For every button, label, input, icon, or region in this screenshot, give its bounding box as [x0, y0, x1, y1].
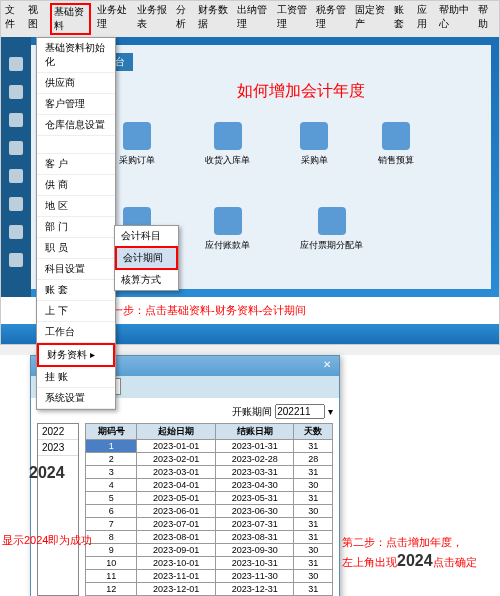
dropdown-item[interactable]: [37, 136, 115, 154]
dropdown-item[interactable]: 客户管理: [37, 94, 115, 115]
dropdown-item[interactable]: 客 户: [37, 154, 115, 175]
menu-14[interactable]: 帮助: [478, 3, 495, 35]
dialog-body: 开账期间 ▾ 20222023 期码号起始日期结账日期天数12023-01-01…: [31, 398, 339, 596]
menu-7[interactable]: 出纳管理: [237, 3, 270, 35]
grid-icon: [382, 122, 410, 150]
menu-4[interactable]: 业务报表: [137, 3, 170, 35]
begin-period-input[interactable]: [275, 404, 325, 419]
col-header: 起始日期: [137, 424, 216, 440]
grid-icon: [300, 122, 328, 150]
table-row[interactable]: 52023-05-012023-05-3131: [86, 492, 333, 505]
dropdown-item[interactable]: 部 门: [37, 217, 115, 238]
table-row[interactable]: 62023-06-012023-06-3030: [86, 505, 333, 518]
grid-item[interactable]: 采购订单: [119, 122, 155, 167]
sidebar-icon[interactable]: [9, 225, 23, 239]
cell: 2023-02-01: [137, 453, 216, 466]
table-row[interactable]: 12023-01-012023-01-3131: [86, 440, 333, 453]
menu-2[interactable]: 基础资料: [50, 3, 91, 35]
sidebar-icon[interactable]: [9, 141, 23, 155]
note-step2-line2a: 左上角出现: [342, 556, 397, 568]
cell: 31: [294, 531, 333, 544]
cell: 2023-07-01: [137, 518, 216, 531]
sidebar-icon[interactable]: [9, 253, 23, 267]
dropdown-item[interactable]: 科目设置: [37, 259, 115, 280]
dropdown-item[interactable]: 上 下: [37, 301, 115, 322]
menu-6[interactable]: 财务数据: [198, 3, 231, 35]
note-show-success: 显示2024即为成功: [2, 533, 112, 548]
sidebar-icon[interactable]: [9, 197, 23, 211]
table-row[interactable]: 42023-04-012023-04-3030: [86, 479, 333, 492]
cell: 2023-11-01: [137, 570, 216, 583]
cell: 1: [86, 440, 137, 453]
cell: 2023-09-01: [137, 544, 216, 557]
cell: 2: [86, 453, 137, 466]
menu-9[interactable]: 税务管理: [316, 3, 349, 35]
cell: 30: [294, 479, 333, 492]
grid-item[interactable]: 应付票期分配单: [300, 207, 363, 252]
dropdown-item[interactable]: 地 区: [37, 196, 115, 217]
dropdown-item[interactable]: 供 商: [37, 175, 115, 196]
sidebar-icon[interactable]: [9, 57, 23, 71]
table-row[interactable]: 72023-07-012023-07-3131: [86, 518, 333, 531]
submenu: 会计科目会计期间核算方式: [114, 225, 179, 291]
grid-label: 采购订单: [119, 154, 155, 167]
cell: 2023-11-30: [215, 570, 294, 583]
table-row[interactable]: 22023-02-012023-02-2828: [86, 453, 333, 466]
cell: 2023-12-31: [215, 583, 294, 596]
dropdown-item[interactable]: 财务资料 ▸: [37, 343, 115, 367]
submenu-item[interactable]: 核算方式: [115, 270, 178, 290]
instruction-title: 如何增加会计年度: [119, 81, 483, 102]
menu-13[interactable]: 帮助中心: [439, 3, 472, 35]
submenu-item[interactable]: 会计科目: [115, 226, 178, 246]
menu-3[interactable]: 业务处理: [97, 3, 130, 35]
cell: 7: [86, 518, 137, 531]
table-row[interactable]: 122023-12-012023-12-3131: [86, 583, 333, 596]
cell: 2023-04-01: [137, 479, 216, 492]
year-item[interactable]: 2022: [38, 424, 78, 440]
dropdown-item[interactable]: 工作台: [37, 322, 115, 343]
table-row[interactable]: 92023-09-012023-09-3030: [86, 544, 333, 557]
menu-1[interactable]: 视图: [28, 3, 45, 35]
submenu-item[interactable]: 会计期间: [115, 246, 178, 270]
menu-8[interactable]: 工资管理: [277, 3, 310, 35]
table-row[interactable]: 82023-08-012023-08-3131: [86, 531, 333, 544]
sidebar-icon[interactable]: [9, 85, 23, 99]
grid-item[interactable]: 收货入库单: [205, 122, 250, 167]
menu-0[interactable]: 文件: [5, 3, 22, 35]
table-row[interactable]: 102023-10-012023-10-3131: [86, 557, 333, 570]
cell: 28: [294, 453, 333, 466]
dropdown-item[interactable]: 供应商: [37, 73, 115, 94]
dropdown-item[interactable]: 仓库信息设置: [37, 115, 115, 136]
menu-5[interactable]: 分析: [176, 3, 193, 35]
cell: 30: [294, 505, 333, 518]
grid-icon: [214, 207, 242, 235]
menu-10[interactable]: 固定资产: [355, 3, 388, 35]
col-header: 结账日期: [215, 424, 294, 440]
year-item[interactable]: 2023: [38, 440, 78, 456]
table-row[interactable]: 112023-11-012023-11-3030: [86, 570, 333, 583]
note-step2-line2b: 点击确定: [433, 556, 477, 568]
new-year-overlay: 2024: [29, 464, 65, 482]
cell: 6: [86, 505, 137, 518]
cell: 12: [86, 583, 137, 596]
cell: 30: [294, 544, 333, 557]
dropdown-item[interactable]: 账 套: [37, 280, 115, 301]
grid-item[interactable]: 应付账款单: [205, 207, 250, 252]
sidebar-icon[interactable]: [9, 113, 23, 127]
note-step2-line1: 第二步：点击增加年度，: [342, 536, 463, 548]
app-area: 基础资料初始化供应商客户管理仓库信息设置 客 户供 商地 区部 门职 员科目设置…: [1, 37, 499, 297]
grid-item[interactable]: 采购单: [300, 122, 328, 167]
dropdown-item[interactable]: 系统设置: [37, 388, 115, 409]
cell: 2023-03-01: [137, 466, 216, 479]
close-icon[interactable]: ✕: [323, 359, 331, 373]
grid-label: 采购单: [301, 154, 328, 167]
dropdown-item[interactable]: 挂 账: [37, 367, 115, 388]
menu-12[interactable]: 应用: [417, 3, 434, 35]
dropdown-item[interactable]: 职 员: [37, 238, 115, 259]
cell: 2023-01-01: [137, 440, 216, 453]
menu-11[interactable]: 账套: [394, 3, 411, 35]
grid-item[interactable]: 销售预算: [378, 122, 414, 167]
table-row[interactable]: 32023-03-012023-03-3131: [86, 466, 333, 479]
sidebar-icon[interactable]: [9, 169, 23, 183]
begin-period-label: 开账期间: [232, 406, 272, 417]
